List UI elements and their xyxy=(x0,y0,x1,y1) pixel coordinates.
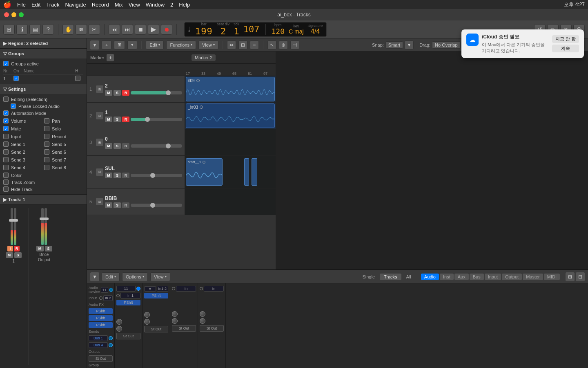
mx-out-btn-3[interactable]: St Out xyxy=(144,326,168,332)
editor-add-btn2[interactable]: ⊞ xyxy=(114,40,125,49)
mx-out-btn-1[interactable]: St Out xyxy=(89,355,113,362)
track-zoom-checkbox[interactable] xyxy=(3,180,9,185)
send8-checkbox[interactable] xyxy=(44,165,49,170)
menu-mix[interactable]: View xyxy=(129,2,140,8)
editor-view-btn[interactable]: View▾ xyxy=(198,40,218,49)
track-icon-3[interactable]: ≋ xyxy=(96,139,103,146)
track-icon-4[interactable]: ≋ xyxy=(96,168,103,176)
mx-device-dot-1[interactable] xyxy=(109,288,113,292)
automation-mode-checkbox[interactable]: ✓ xyxy=(3,110,9,116)
track-icon-2[interactable]: ≋ xyxy=(96,112,103,119)
toolbar-eq-btn[interactable]: ≋ xyxy=(76,24,87,35)
clip-2[interactable]: _!#03 xyxy=(186,103,275,128)
mx-input-box-2[interactable]: In 1 xyxy=(120,293,140,298)
phase-locked-checkbox[interactable]: ✓ xyxy=(11,103,16,109)
mx-input-radio-2[interactable] xyxy=(116,294,120,297)
toolbar-help-btn[interactable]: ? xyxy=(42,24,54,35)
solo-btn-output[interactable]: S xyxy=(45,246,52,251)
groups-header[interactable]: ▽ Groups xyxy=(0,49,87,58)
editor-add-track-btn[interactable]: + xyxy=(102,40,111,49)
send1-checkbox[interactable] xyxy=(3,141,9,147)
menu-record[interactable]: Mix xyxy=(115,2,123,8)
minimize-button[interactable] xyxy=(11,12,16,17)
mx-input-box-3[interactable]: In1-2 xyxy=(157,286,169,292)
track-header[interactable]: ▶ Track: 1 xyxy=(0,195,87,204)
clip-4[interactable]: start__1 xyxy=(186,158,223,186)
mixer-nav-left[interactable]: ▼ xyxy=(90,272,99,281)
apple-menu[interactable]: 🍎 xyxy=(3,1,11,9)
toolbar-inspector-btn[interactable]: ▤ xyxy=(29,24,41,35)
fullscreen-button[interactable] xyxy=(19,12,24,17)
row-on-checkbox[interactable]: ✓ xyxy=(13,76,19,81)
mx-fx-btn-3a[interactable]: PShft xyxy=(144,293,168,298)
track-icon-5[interactable]: ≋ xyxy=(96,198,103,205)
editor-functions-btn[interactable]: Functions▾ xyxy=(166,40,196,49)
track-fader-knob-4[interactable] xyxy=(150,173,155,178)
drag-value[interactable]: No Overlap xyxy=(432,41,461,49)
editor-resize-icon[interactable]: ⇔ xyxy=(227,40,236,49)
editor-edit-btn[interactable]: Edit▾ xyxy=(146,40,164,49)
mx-send-knob-3b[interactable] xyxy=(144,319,150,325)
track-fader-knob-2[interactable] xyxy=(145,117,150,122)
editor-zoom-icon[interactable]: ⊟ xyxy=(238,40,247,49)
mute-checkbox[interactable]: ✓ xyxy=(3,126,9,131)
clip-1[interactable]: #09 xyxy=(186,77,275,101)
send4-checkbox[interactable] xyxy=(3,165,9,170)
track-mute-2[interactable]: M xyxy=(105,117,112,122)
mx-out-btn-2[interactable]: St Out xyxy=(116,333,140,339)
track-solo-5[interactable]: S xyxy=(114,202,121,208)
mixer-type-inst[interactable]: Inst xyxy=(440,274,454,280)
mx-fx-btn-1c[interactable]: PShft xyxy=(89,322,113,328)
go-start-button[interactable]: ⏹ xyxy=(135,24,146,35)
track-solo-1[interactable]: S xyxy=(114,90,121,96)
track-norec-5[interactable]: R xyxy=(122,202,129,208)
mx-fx-btn-2a[interactable]: PShft xyxy=(116,300,140,305)
hide-track-checkbox[interactable] xyxy=(3,186,9,192)
track-norec-3[interactable]: R xyxy=(122,143,129,149)
track-solo-2[interactable]: S xyxy=(114,117,121,122)
marker-add-btn[interactable]: + xyxy=(107,54,114,61)
mixer-view-btn[interactable]: View▾ xyxy=(150,272,170,281)
close-button[interactable] xyxy=(4,12,9,17)
mx-send-knob-3a[interactable] xyxy=(144,312,150,318)
settings-header[interactable]: ▽ Settings xyxy=(0,84,87,94)
input-checkbox[interactable] xyxy=(3,134,9,139)
track-mute-5[interactable]: M xyxy=(105,202,112,208)
mixer-view-list-icon[interactable]: ⊟ xyxy=(576,272,585,281)
menu-edit[interactable]: Track xyxy=(46,2,59,8)
clip-4b[interactable] xyxy=(244,158,249,186)
editor-nav-left[interactable]: ▼ xyxy=(90,40,99,49)
mixer-type-output[interactable]: Output xyxy=(502,274,522,280)
mx-device-box-1[interactable]: 11 xyxy=(101,287,108,293)
mx-device-box-3[interactable]: ⇔ xyxy=(144,286,156,292)
track-fader-knob-5[interactable] xyxy=(150,203,155,208)
menu-2[interactable]: Help xyxy=(179,2,190,8)
track-solo-4[interactable]: S xyxy=(114,173,121,178)
record-checkbox[interactable] xyxy=(44,134,49,139)
mx-send-knob-5b[interactable] xyxy=(200,318,205,324)
solo-checkbox[interactable] xyxy=(44,126,49,131)
send2-checkbox[interactable] xyxy=(3,149,9,155)
icloud-later-button[interactable]: 지금 안 함 xyxy=(552,35,579,43)
mx-input-box-5[interactable]: In xyxy=(204,286,224,292)
editor-filter-icon[interactable]: ≡ xyxy=(250,40,259,49)
i-button-1[interactable]: I xyxy=(7,246,13,251)
track-record-2[interactable]: R xyxy=(122,117,129,122)
track-mute-1[interactable]: M xyxy=(105,90,112,96)
mixer-type-bus[interactable]: Bus xyxy=(470,274,484,280)
mx-input-box-4[interactable]: In xyxy=(176,286,196,292)
mixer-tab-tracks[interactable]: Tracks xyxy=(380,274,401,280)
mx-input-box-1[interactable]: In 2 xyxy=(103,295,113,301)
record-button[interactable]: ⏺ xyxy=(161,24,172,35)
mx-bus1-btn[interactable]: Bus 1 xyxy=(89,335,108,341)
send6-checkbox[interactable] xyxy=(44,149,49,155)
mixer-type-audio[interactable]: Audio xyxy=(421,274,439,280)
mx-out-btn-5[interactable]: St Out xyxy=(200,325,224,332)
toolbar-library-btn[interactable]: ⊞ xyxy=(3,24,15,35)
pan-checkbox[interactable] xyxy=(44,118,49,123)
rewind-button[interactable]: ⏮ xyxy=(109,24,120,35)
track-fader-knob-3[interactable] xyxy=(166,144,171,148)
mute-btn-output[interactable]: M xyxy=(36,246,44,251)
mixer-options-btn[interactable]: Options▾ xyxy=(122,272,148,281)
mx-radio-4[interactable] xyxy=(172,287,175,290)
